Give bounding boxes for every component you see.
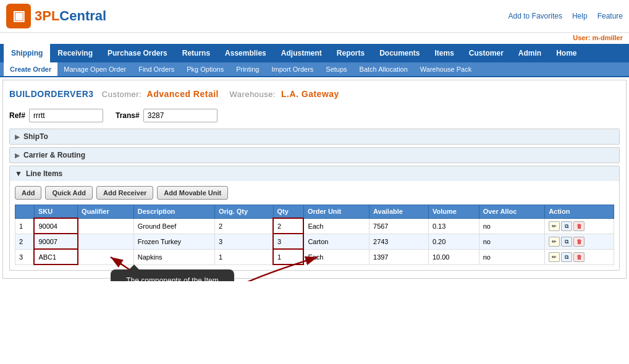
nav-shipping[interactable]: Shipping xyxy=(4,44,50,62)
cell-order-unit: Each xyxy=(303,218,369,234)
subnav-create-order[interactable]: Create Order xyxy=(4,62,57,76)
page-content: BuildOrderVer3 Customer: Advanced Retail… xyxy=(2,80,627,279)
cell-description: Ground Beef xyxy=(133,218,214,234)
table-body: 1 90004 Ground Beef 2 2 Each 7567 0.13 n… xyxy=(15,218,614,265)
subnav-printing[interactable]: Printing xyxy=(230,62,265,76)
th-orig-qty: Orig. Qty xyxy=(214,205,273,219)
delete-icon[interactable]: 🗑 xyxy=(573,221,585,231)
cell-action: ✏ ⧉ 🗑 xyxy=(545,249,614,265)
subnav-pkg-options[interactable]: Pkg Options xyxy=(180,62,230,76)
delete-icon[interactable]: 🗑 xyxy=(573,237,585,247)
ship-to-arrow: ▶ xyxy=(15,133,20,140)
cell-sku: ABC1 xyxy=(34,249,77,265)
carrier-routing-label: Carrier & Routing xyxy=(23,151,85,159)
cell-order-unit: Each xyxy=(303,249,369,265)
ref-input[interactable] xyxy=(29,109,103,122)
cell-num: 2 xyxy=(15,234,35,249)
cell-sku: 90007 xyxy=(34,234,77,249)
edit-icon[interactable]: ✏ xyxy=(549,221,560,231)
nav-receiving[interactable]: Receiving xyxy=(50,44,100,62)
quick-add-button[interactable]: Quick Add xyxy=(45,186,93,200)
ship-to-header[interactable]: ▶ ShipTo xyxy=(10,129,619,144)
sub-nav: Create Order Manage Open Order Find Orde… xyxy=(0,62,629,77)
nav-admin[interactable]: Admin xyxy=(511,44,549,62)
tooltip-bubble: The components of the Item Alias and thi… xyxy=(111,269,234,281)
nav-purchase-orders[interactable]: Purchase Orders xyxy=(100,44,175,62)
ref-label: Ref# xyxy=(9,111,25,120)
subnav-batch-allocation[interactable]: Batch Allocation xyxy=(353,62,414,76)
cell-volume: 0.13 xyxy=(428,218,479,234)
add-receiver-button[interactable]: Add Receiver xyxy=(96,186,153,200)
warehouse-name: L.A. Gateway xyxy=(281,89,339,99)
cell-qualifier xyxy=(78,234,134,249)
user-bar: User: m-dmiller xyxy=(0,33,629,44)
line-items-arrow: ▼ xyxy=(15,169,22,178)
ref-field: Ref# xyxy=(9,109,103,122)
subnav-find-orders[interactable]: Find Orders xyxy=(132,62,180,76)
nav-items[interactable]: Items xyxy=(427,44,461,62)
cell-action: ✏ ⧉ 🗑 xyxy=(545,218,614,234)
cell-orig-qty: 2 xyxy=(214,218,273,234)
cell-num: 1 xyxy=(15,218,35,234)
user-label: User: xyxy=(573,34,590,41)
add-button[interactable]: Add xyxy=(15,186,41,200)
add-to-favorites-link[interactable]: Add to Favorites xyxy=(509,12,562,20)
subnav-manage-open-order[interactable]: Manage Open Order xyxy=(57,62,132,76)
subnav-setups[interactable]: Setups xyxy=(319,62,353,76)
annotation-area: SKU Qualifier Description Orig. Qty Qty … xyxy=(15,205,614,265)
nav-documents[interactable]: Documents xyxy=(372,44,427,62)
th-volume: Volume xyxy=(428,205,479,219)
nav-adjustment[interactable]: Adjustment xyxy=(274,44,329,62)
th-available: Available xyxy=(369,205,429,219)
trans-input[interactable] xyxy=(143,109,217,122)
customer-label: Customer: xyxy=(102,90,141,99)
cell-volume: 0.20 xyxy=(428,234,479,249)
cell-orig-qty: 1 xyxy=(214,249,273,265)
logo: 3PLCentral xyxy=(6,4,106,28)
page-title: BuildOrderVer3 Customer: Advanced Retail… xyxy=(9,85,620,105)
th-sku: SKU xyxy=(34,205,77,219)
line-items-header[interactable]: ▼ Line Items xyxy=(10,166,619,181)
cell-description: Frozen Turkey xyxy=(133,234,214,249)
copy-icon[interactable]: ⧉ xyxy=(561,237,572,247)
carrier-routing-header[interactable]: ▶ Carrier & Routing xyxy=(10,148,619,163)
nav-home[interactable]: Home xyxy=(549,44,584,62)
line-items-table: SKU Qualifier Description Orig. Qty Qty … xyxy=(15,205,614,265)
nav-reports[interactable]: Reports xyxy=(329,44,372,62)
copy-icon[interactable]: ⧉ xyxy=(561,221,572,231)
nav-customer[interactable]: Customer xyxy=(462,44,511,62)
trans-label: Trans# xyxy=(116,111,140,120)
nav-assemblies[interactable]: Assemblies xyxy=(217,44,274,62)
delete-icon[interactable]: 🗑 xyxy=(573,252,585,262)
subnav-import-orders[interactable]: Import Orders xyxy=(265,62,319,76)
subnav-warehouse-pack[interactable]: Warehouse Pack xyxy=(414,62,478,76)
trans-field: Trans# xyxy=(116,109,217,122)
logo-central: Central xyxy=(59,8,106,23)
edit-icon[interactable]: ✏ xyxy=(549,237,560,247)
ship-to-label: ShipTo xyxy=(23,132,48,141)
logo-text: 3PLCentral xyxy=(35,8,106,24)
feature-link[interactable]: Feature xyxy=(597,12,623,20)
cell-qty: 1 xyxy=(273,249,303,265)
th-num xyxy=(15,205,35,219)
cell-available: 2743 xyxy=(369,234,429,249)
th-qualifier: Qualifier xyxy=(78,205,134,219)
nav-returns[interactable]: Returns xyxy=(175,44,217,62)
customer-name: Advanced Retail xyxy=(147,89,219,99)
line-items-body: Add Quick Add Add Receiver Add Movable U… xyxy=(10,181,619,270)
top-links: Add to Favorites Help Feature xyxy=(509,12,623,20)
cell-qualifier xyxy=(78,249,134,265)
main-nav: Shipping Receiving Purchase Orders Retur… xyxy=(0,44,629,62)
cell-available: 7567 xyxy=(369,218,429,234)
add-movable-unit-button[interactable]: Add Movable Unit xyxy=(157,186,228,200)
edit-icon[interactable]: ✏ xyxy=(549,252,560,262)
form-row: Ref# Trans# xyxy=(9,105,620,129)
cell-order-unit: Carton xyxy=(303,234,369,249)
top-bar: 3PLCentral Add to Favorites Help Feature xyxy=(0,0,629,33)
th-description: Description xyxy=(133,205,214,219)
help-link[interactable]: Help xyxy=(572,12,588,20)
copy-icon[interactable]: ⧉ xyxy=(561,252,572,262)
cell-volume: 10.00 xyxy=(428,249,479,265)
cell-available: 1397 xyxy=(369,249,429,265)
cell-sku: 90004 xyxy=(34,218,77,234)
